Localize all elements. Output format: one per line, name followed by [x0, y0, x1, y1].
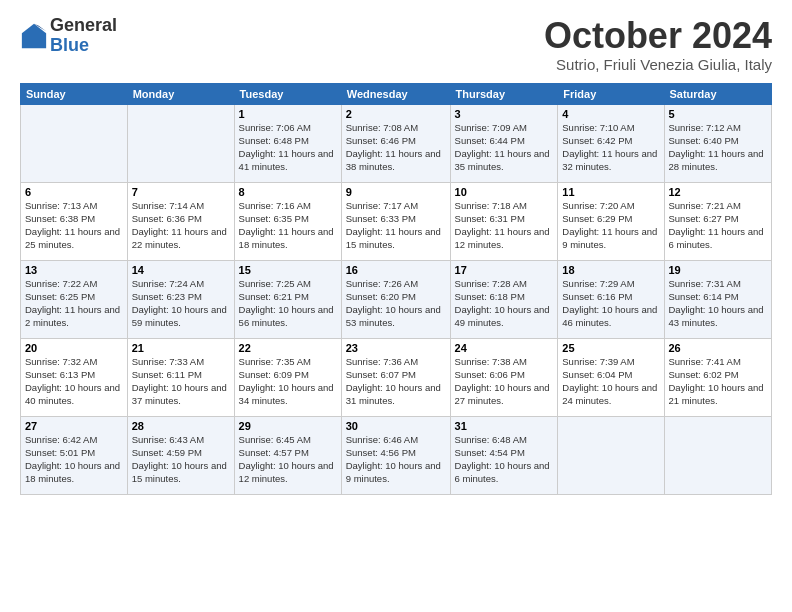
calendar-cell: 9Sunrise: 7:17 AM Sunset: 6:33 PM Daylig…: [341, 182, 450, 260]
calendar-cell: 28Sunrise: 6:43 AM Sunset: 4:59 PM Dayli…: [127, 416, 234, 494]
day-number: 15: [239, 264, 337, 276]
day-detail: Sunrise: 7:10 AM Sunset: 6:42 PM Dayligh…: [562, 121, 659, 174]
calendar-cell: 3Sunrise: 7:09 AM Sunset: 6:44 PM Daylig…: [450, 104, 558, 182]
week-row-4: 20Sunrise: 7:32 AM Sunset: 6:13 PM Dayli…: [21, 338, 772, 416]
calendar-cell: 6Sunrise: 7:13 AM Sunset: 6:38 PM Daylig…: [21, 182, 128, 260]
calendar-cell: 14Sunrise: 7:24 AM Sunset: 6:23 PM Dayli…: [127, 260, 234, 338]
day-number: 7: [132, 186, 230, 198]
day-detail: Sunrise: 7:16 AM Sunset: 6:35 PM Dayligh…: [239, 199, 337, 252]
day-detail: Sunrise: 6:45 AM Sunset: 4:57 PM Dayligh…: [239, 433, 337, 486]
calendar-cell: 23Sunrise: 7:36 AM Sunset: 6:07 PM Dayli…: [341, 338, 450, 416]
calendar-cell: 19Sunrise: 7:31 AM Sunset: 6:14 PM Dayli…: [664, 260, 772, 338]
day-detail: Sunrise: 7:36 AM Sunset: 6:07 PM Dayligh…: [346, 355, 446, 408]
day-detail: Sunrise: 7:35 AM Sunset: 6:09 PM Dayligh…: [239, 355, 337, 408]
location: Sutrio, Friuli Venezia Giulia, Italy: [544, 56, 772, 73]
svg-marker-0: [22, 24, 46, 48]
week-row-1: 1Sunrise: 7:06 AM Sunset: 6:48 PM Daylig…: [21, 104, 772, 182]
calendar-cell: [558, 416, 664, 494]
logo-icon: [20, 22, 48, 50]
day-number: 9: [346, 186, 446, 198]
calendar-cell: 4Sunrise: 7:10 AM Sunset: 6:42 PM Daylig…: [558, 104, 664, 182]
day-detail: Sunrise: 7:41 AM Sunset: 6:02 PM Dayligh…: [669, 355, 768, 408]
day-detail: Sunrise: 7:13 AM Sunset: 6:38 PM Dayligh…: [25, 199, 123, 252]
day-number: 14: [132, 264, 230, 276]
day-number: 12: [669, 186, 768, 198]
calendar-cell: 21Sunrise: 7:33 AM Sunset: 6:11 PM Dayli…: [127, 338, 234, 416]
day-number: 28: [132, 420, 230, 432]
day-number: 24: [455, 342, 554, 354]
day-number: 23: [346, 342, 446, 354]
day-number: 2: [346, 108, 446, 120]
day-detail: Sunrise: 7:24 AM Sunset: 6:23 PM Dayligh…: [132, 277, 230, 330]
day-number: 13: [25, 264, 123, 276]
weekday-header-sunday: Sunday: [21, 83, 128, 104]
day-number: 21: [132, 342, 230, 354]
calendar-cell: 1Sunrise: 7:06 AM Sunset: 6:48 PM Daylig…: [234, 104, 341, 182]
logo-general: General: [50, 16, 117, 36]
calendar-cell: 29Sunrise: 6:45 AM Sunset: 4:57 PM Dayli…: [234, 416, 341, 494]
day-number: 26: [669, 342, 768, 354]
day-number: 8: [239, 186, 337, 198]
weekday-header-saturday: Saturday: [664, 83, 772, 104]
logo: General Blue: [20, 16, 117, 56]
day-detail: Sunrise: 6:48 AM Sunset: 4:54 PM Dayligh…: [455, 433, 554, 486]
day-detail: Sunrise: 6:46 AM Sunset: 4:56 PM Dayligh…: [346, 433, 446, 486]
calendar-cell: 27Sunrise: 6:42 AM Sunset: 5:01 PM Dayli…: [21, 416, 128, 494]
header: General Blue October 2024 Sutrio, Friuli…: [20, 16, 772, 73]
calendar-cell: 8Sunrise: 7:16 AM Sunset: 6:35 PM Daylig…: [234, 182, 341, 260]
day-number: 18: [562, 264, 659, 276]
calendar-cell: 18Sunrise: 7:29 AM Sunset: 6:16 PM Dayli…: [558, 260, 664, 338]
day-detail: Sunrise: 7:12 AM Sunset: 6:40 PM Dayligh…: [669, 121, 768, 174]
calendar-cell: 15Sunrise: 7:25 AM Sunset: 6:21 PM Dayli…: [234, 260, 341, 338]
day-number: 31: [455, 420, 554, 432]
day-detail: Sunrise: 7:22 AM Sunset: 6:25 PM Dayligh…: [25, 277, 123, 330]
weekday-header-tuesday: Tuesday: [234, 83, 341, 104]
calendar-cell: 5Sunrise: 7:12 AM Sunset: 6:40 PM Daylig…: [664, 104, 772, 182]
calendar-cell: 7Sunrise: 7:14 AM Sunset: 6:36 PM Daylig…: [127, 182, 234, 260]
day-number: 30: [346, 420, 446, 432]
day-detail: Sunrise: 7:39 AM Sunset: 6:04 PM Dayligh…: [562, 355, 659, 408]
calendar-cell: 11Sunrise: 7:20 AM Sunset: 6:29 PM Dayli…: [558, 182, 664, 260]
day-detail: Sunrise: 7:09 AM Sunset: 6:44 PM Dayligh…: [455, 121, 554, 174]
logo-blue: Blue: [50, 36, 117, 56]
week-row-2: 6Sunrise: 7:13 AM Sunset: 6:38 PM Daylig…: [21, 182, 772, 260]
weekday-header-thursday: Thursday: [450, 83, 558, 104]
day-number: 6: [25, 186, 123, 198]
day-detail: Sunrise: 7:08 AM Sunset: 6:46 PM Dayligh…: [346, 121, 446, 174]
calendar-cell: [21, 104, 128, 182]
day-detail: Sunrise: 7:20 AM Sunset: 6:29 PM Dayligh…: [562, 199, 659, 252]
day-number: 19: [669, 264, 768, 276]
day-detail: Sunrise: 6:42 AM Sunset: 5:01 PM Dayligh…: [25, 433, 123, 486]
day-detail: Sunrise: 6:43 AM Sunset: 4:59 PM Dayligh…: [132, 433, 230, 486]
day-number: 16: [346, 264, 446, 276]
day-detail: Sunrise: 7:33 AM Sunset: 6:11 PM Dayligh…: [132, 355, 230, 408]
day-number: 22: [239, 342, 337, 354]
day-detail: Sunrise: 7:18 AM Sunset: 6:31 PM Dayligh…: [455, 199, 554, 252]
day-detail: Sunrise: 7:14 AM Sunset: 6:36 PM Dayligh…: [132, 199, 230, 252]
day-number: 11: [562, 186, 659, 198]
calendar-cell: 22Sunrise: 7:35 AM Sunset: 6:09 PM Dayli…: [234, 338, 341, 416]
calendar-cell: 30Sunrise: 6:46 AM Sunset: 4:56 PM Dayli…: [341, 416, 450, 494]
week-row-3: 13Sunrise: 7:22 AM Sunset: 6:25 PM Dayli…: [21, 260, 772, 338]
day-detail: Sunrise: 7:29 AM Sunset: 6:16 PM Dayligh…: [562, 277, 659, 330]
calendar-page: General Blue October 2024 Sutrio, Friuli…: [0, 0, 792, 507]
weekday-header-monday: Monday: [127, 83, 234, 104]
day-number: 17: [455, 264, 554, 276]
day-detail: Sunrise: 7:25 AM Sunset: 6:21 PM Dayligh…: [239, 277, 337, 330]
calendar-cell: 25Sunrise: 7:39 AM Sunset: 6:04 PM Dayli…: [558, 338, 664, 416]
calendar-cell: 20Sunrise: 7:32 AM Sunset: 6:13 PM Dayli…: [21, 338, 128, 416]
weekday-header-row: SundayMondayTuesdayWednesdayThursdayFrid…: [21, 83, 772, 104]
day-detail: Sunrise: 7:38 AM Sunset: 6:06 PM Dayligh…: [455, 355, 554, 408]
month-title: October 2024: [544, 16, 772, 56]
day-number: 25: [562, 342, 659, 354]
day-number: 3: [455, 108, 554, 120]
title-block: October 2024 Sutrio, Friuli Venezia Giul…: [544, 16, 772, 73]
calendar-table: SundayMondayTuesdayWednesdayThursdayFrid…: [20, 83, 772, 495]
calendar-cell: [664, 416, 772, 494]
weekday-header-friday: Friday: [558, 83, 664, 104]
day-number: 4: [562, 108, 659, 120]
day-detail: Sunrise: 7:17 AM Sunset: 6:33 PM Dayligh…: [346, 199, 446, 252]
calendar-cell: 16Sunrise: 7:26 AM Sunset: 6:20 PM Dayli…: [341, 260, 450, 338]
calendar-cell: 12Sunrise: 7:21 AM Sunset: 6:27 PM Dayli…: [664, 182, 772, 260]
logo-text: General Blue: [50, 16, 117, 56]
